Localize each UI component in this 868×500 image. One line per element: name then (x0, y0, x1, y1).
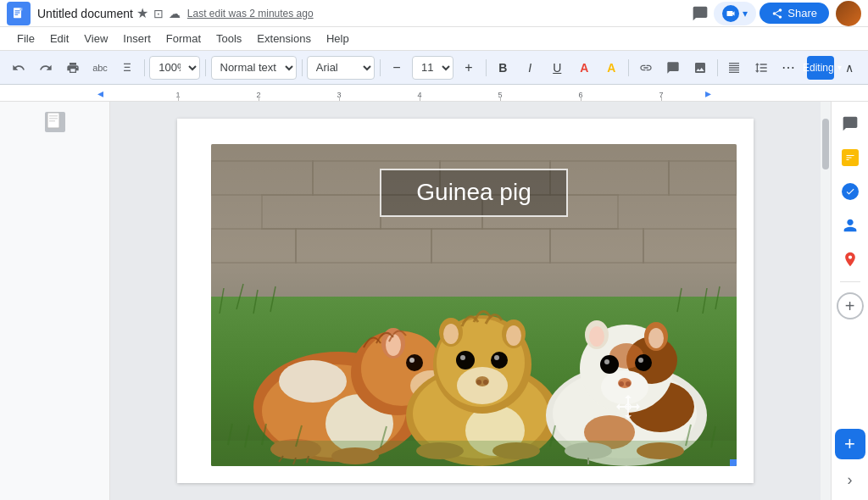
svg-point-56 (460, 355, 465, 360)
user-avatar[interactable] (836, 1, 861, 26)
italic-button[interactable]: I (518, 56, 542, 80)
undo-button[interactable] (7, 56, 31, 80)
svg-rect-7 (49, 118, 58, 119)
svg-point-35 (279, 360, 347, 403)
folder-icon[interactable]: ⊡ (153, 7, 164, 20)
ruler-right-margin[interactable]: ▸ (705, 86, 711, 100)
ruler-line-6 (581, 97, 581, 101)
sidebar-note-button[interactable] (835, 142, 865, 173)
sidebar-task-button[interactable] (835, 176, 865, 207)
menu-view[interactable]: View (77, 31, 114, 47)
share-label: Share (787, 7, 817, 19)
line-spacing-button[interactable] (749, 56, 773, 80)
left-panel (0, 102, 110, 500)
svg-rect-108 (730, 459, 737, 466)
font-size-select[interactable]: 11 8 9 10 12 14 (412, 56, 453, 80)
svg-rect-1 (15, 10, 20, 11)
insert-link-button[interactable] (634, 56, 658, 80)
align-button[interactable] (722, 56, 746, 80)
expand-icon: › (848, 471, 853, 489)
last-edit-text[interactable]: Last edit was 2 minutes ago (187, 8, 314, 19)
page-thumbnail[interactable] (45, 112, 65, 132)
menu-bar: File Edit View Insert Format Tools Exten… (0, 27, 868, 51)
document-page: Guinea pig (177, 119, 754, 483)
meet-button[interactable]: ▾ (714, 2, 756, 25)
svg-rect-4 (20, 8, 23, 10)
svg-rect-8 (49, 120, 55, 122)
ruler-line-4 (420, 97, 420, 101)
menu-tools[interactable]: Tools (209, 31, 248, 47)
font-select[interactable]: Arial Times New Roman Georgia (307, 56, 375, 80)
svg-point-86 (648, 328, 664, 348)
app-icon[interactable] (7, 2, 31, 25)
menu-extensions[interactable]: Extensions (250, 31, 318, 47)
underline-button[interactable]: U (545, 56, 569, 80)
doc-title[interactable]: Untitled document (37, 7, 133, 20)
sidebar-maps-button[interactable] (835, 244, 865, 275)
redo-button[interactable] (34, 56, 58, 80)
expand-button[interactable]: › (837, 466, 864, 493)
document-area[interactable]: Guinea pig (110, 102, 821, 500)
collapse-toolbar-button[interactable]: ∧ (837, 56, 861, 80)
comment-button[interactable] (687, 0, 714, 27)
scrollbar[interactable] (821, 102, 831, 500)
svg-point-55 (456, 351, 475, 369)
svg-text:Guinea pig: Guinea pig (416, 179, 531, 205)
meet-icon (722, 5, 739, 22)
menu-help[interactable]: Help (320, 31, 356, 47)
add-content-button[interactable]: + (835, 429, 865, 459)
menu-file[interactable]: File (10, 31, 42, 47)
menu-edit[interactable]: Edit (43, 31, 75, 47)
svg-point-57 (491, 352, 508, 369)
svg-point-65 (506, 325, 521, 346)
highlight-button[interactable]: A (599, 56, 623, 80)
svg-rect-6 (49, 115, 58, 117)
spellcheck-button[interactable]: abc (88, 56, 112, 80)
sidebar-separator (840, 281, 860, 282)
svg-rect-2 (15, 12, 20, 13)
add-content-icon: + (844, 433, 855, 455)
increase-font-size-button[interactable]: + (457, 56, 481, 80)
svg-point-77 (604, 359, 609, 364)
cloud-icon[interactable]: ☁ (169, 7, 181, 20)
svg-rect-90 (211, 441, 737, 466)
share-button[interactable]: Share (760, 3, 829, 24)
image-container[interactable]: Guinea pig (211, 144, 737, 466)
svg-point-79 (638, 358, 643, 363)
bold-button[interactable]: B (491, 56, 515, 80)
text-color-button[interactable]: A (572, 56, 596, 80)
sidebar-bottom-buttons: + › (835, 429, 865, 500)
print-button[interactable] (61, 56, 85, 80)
scrollbar-thumb[interactable] (822, 119, 829, 169)
paint-format-button[interactable] (115, 56, 139, 80)
svg-point-76 (600, 355, 619, 374)
svg-point-78 (635, 354, 652, 371)
editing-mode-button[interactable]: Editing ▾ (807, 56, 834, 80)
ruler-line-5 (500, 97, 501, 101)
star-icon[interactable]: ★ (136, 5, 148, 21)
note-icon (842, 149, 859, 166)
zoom-select[interactable]: 100% 75% 125% 150% (149, 56, 200, 80)
sidebar-comment-button[interactable] (835, 108, 865, 139)
insert-image-button[interactable] (688, 56, 712, 80)
ruler-left-margin[interactable]: ◂ (97, 86, 103, 100)
style-select[interactable]: Normal text Heading 1 Heading 2 Title (211, 56, 297, 80)
title-icons: ★ ⊡ ☁ (136, 5, 181, 21)
add-icon: + (845, 297, 855, 316)
guinea-pig-image[interactable]: Guinea pig (211, 144, 737, 466)
menu-format[interactable]: Format (159, 31, 208, 47)
main-area: Guinea pig (0, 102, 868, 500)
decrease-font-size-button[interactable]: − (385, 56, 409, 80)
more-options-button[interactable]: ⋯ (776, 56, 800, 80)
ruler-line-3 (339, 97, 340, 101)
ruler-inner: 1 2 3 4 5 6 7 (110, 85, 687, 101)
insert-comment-button[interactable] (661, 56, 685, 80)
sidebar-person-button[interactable] (835, 210, 865, 241)
svg-point-58 (494, 355, 499, 360)
menu-insert[interactable]: Insert (116, 31, 158, 47)
right-sidebar: + + › (831, 102, 868, 500)
svg-point-39 (406, 354, 423, 371)
svg-point-84 (589, 326, 604, 347)
meet-label: ▾ (743, 8, 748, 19)
sidebar-add-button[interactable]: + (837, 292, 864, 319)
